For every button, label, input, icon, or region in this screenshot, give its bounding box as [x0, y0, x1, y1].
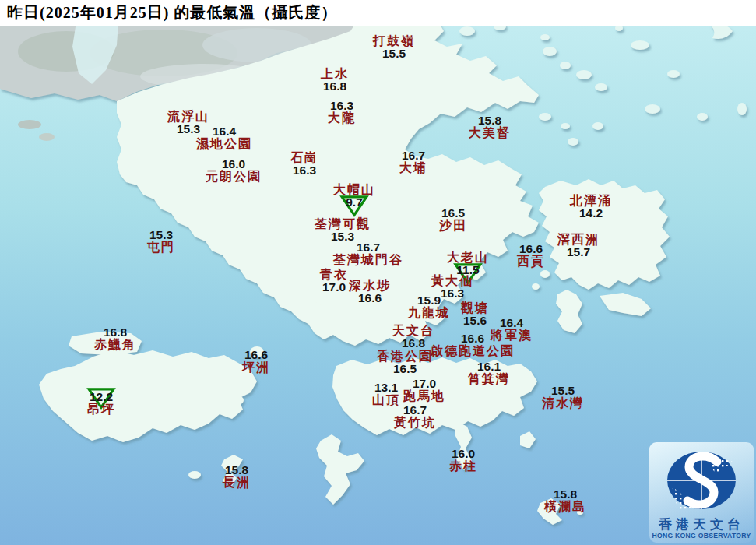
station-name: 啟德跑道公園	[431, 345, 515, 357]
hko-logo-chinese: 香港天文台	[651, 518, 752, 532]
station-label-2: 16.3大隴	[328, 100, 356, 124]
station-label-13: 15.3屯門	[147, 229, 175, 253]
station-label-27: 16.6坪洲	[242, 349, 270, 373]
station-name: 流浮山	[167, 111, 209, 123]
station-label-18: 青衣17.0	[320, 269, 348, 293]
station-value: 14.2	[570, 207, 612, 220]
station-name: 深水埗	[349, 280, 391, 292]
station-name: 濕地公園	[196, 138, 252, 150]
station-name: 赤柱	[449, 460, 477, 473]
station-label-19: 深水埗16.6	[349, 280, 391, 304]
station-label-37: 15.8橫瀾島	[544, 488, 586, 512]
station-name: 大隴	[328, 112, 356, 125]
station-name: 黃竹坑	[394, 417, 436, 429]
station-name: 觀塘	[461, 302, 489, 315]
station-label-22: 觀塘15.6	[461, 302, 489, 326]
station-label-33: 15.5清水灣	[542, 385, 584, 409]
station-name: 黃大仙	[431, 275, 473, 287]
station-name: 屯門	[147, 241, 175, 254]
station-value: 15.8	[544, 488, 586, 501]
station-label-32: 12.2昂坪	[87, 391, 115, 415]
station-label-16: 滘西洲15.7	[557, 234, 600, 258]
station-value: 15.9	[408, 294, 450, 307]
station-label-6: 16.0元朗公園	[206, 158, 262, 182]
station-name: 赤鱲角	[94, 339, 136, 351]
station-value: 15.3	[147, 229, 175, 241]
station-label-28: 香港公園16.5	[377, 350, 433, 374]
station-name: 北潭涌	[570, 195, 612, 207]
station-label-12: 16.5沙田	[439, 207, 467, 231]
station-label-0: 打鼓嶺15.5	[373, 35, 415, 59]
station-value: 15.8	[469, 114, 511, 127]
station-name: 大老山	[447, 251, 489, 264]
station-value: 16.3	[290, 164, 318, 177]
stations-layer: 打鼓嶺15.5上水16.816.3大隴流浮山15.316.4濕地公園15.8大美…	[0, 0, 756, 545]
station-value: 16.6	[517, 243, 545, 255]
station-label-17: 大老山11.5	[447, 251, 489, 276]
station-name: 荃灣城門谷	[333, 254, 403, 266]
station-label-36: 15.8長洲	[223, 464, 251, 488]
station-value: 16.1	[468, 360, 510, 373]
weather-map-page: 昨日(2025年01月25日) 的最低氣溫（攝氏度） 打鼓嶺15.5上水16.8…	[0, 0, 756, 545]
station-value: 15.6	[461, 315, 489, 327]
station-name: 天文台	[392, 325, 434, 337]
station-value: 16.6	[431, 332, 515, 345]
station-name: 香港公園	[377, 350, 433, 363]
station-value: 16.6	[349, 292, 391, 304]
station-name: 打鼓嶺	[373, 35, 415, 47]
station-value: 16.5	[439, 207, 467, 220]
station-value: 15.5	[373, 47, 415, 60]
station-name: 坪洲	[242, 361, 270, 374]
station-name: 清水灣	[542, 397, 584, 410]
station-name: 石崗	[290, 152, 318, 164]
station-label-1: 上水16.8	[321, 68, 349, 92]
station-label-7: 石崗16.3	[290, 152, 318, 176]
station-name: 上水	[321, 68, 349, 80]
station-label-35: 16.0赤柱	[449, 448, 477, 472]
station-value: 16.7	[399, 149, 427, 162]
station-label-24: 天文台16.8	[392, 325, 434, 349]
station-name: 西貢	[517, 255, 545, 268]
station-label-5: 15.8大美督	[469, 114, 511, 139]
station-label-31: 17.0跑馬地	[403, 378, 445, 402]
station-value: 16.5	[377, 363, 433, 375]
station-name: 九龍城	[408, 307, 450, 319]
hko-logo-english: HONG KONG OBSERVATORY	[651, 532, 752, 540]
station-value: 16.8	[94, 326, 136, 339]
station-name: 大埔	[399, 162, 427, 174]
map-title-bar: 昨日(2025年01月25日) 的最低氣溫（攝氏度）	[0, 0, 756, 26]
station-value: 16.8	[321, 80, 349, 93]
station-name: 元朗公園	[206, 171, 262, 183]
station-value: 17.0	[403, 378, 445, 390]
station-value: 16.7	[333, 241, 403, 254]
station-value: 9.7	[333, 196, 375, 209]
station-label-14: 16.7荃灣城門谷	[333, 241, 403, 265]
station-value: 16.8	[392, 337, 434, 350]
station-name: 青衣	[320, 269, 348, 281]
station-value: 16.0	[449, 448, 477, 460]
station-label-29: 16.1筲箕灣	[468, 360, 510, 385]
station-name: 荃灣可觀	[315, 218, 371, 230]
station-value: 16.4	[196, 125, 252, 138]
station-value: 15.8	[223, 464, 251, 476]
station-value: 12.2	[87, 391, 115, 403]
hko-logo: 香港天文台 HONG KONG OBSERVATORY	[649, 442, 754, 543]
hko-logo-icon	[661, 446, 742, 515]
station-value: 15.7	[557, 246, 600, 258]
station-value: 16.3	[328, 100, 356, 112]
station-label-10: 北潭涌14.2	[570, 195, 612, 219]
station-name: 滘西洲	[557, 234, 600, 246]
station-label-8: 16.7大埔	[399, 149, 427, 174]
station-value: 16.7	[394, 404, 436, 417]
page-title: 昨日(2025年01月25日) 的最低氣溫（攝氏度）	[7, 2, 337, 23]
station-value: 15.5	[542, 385, 584, 397]
station-name: 大美督	[469, 127, 511, 139]
station-name: 長洲	[223, 476, 251, 489]
station-value: 16.0	[206, 158, 262, 171]
station-label-23: 16.8赤鱲角	[94, 326, 136, 350]
station-name: 筲箕灣	[468, 373, 510, 385]
station-name: 跑馬地	[403, 390, 445, 403]
station-value: 16.4	[491, 317, 533, 329]
station-name: 沙田	[439, 220, 467, 232]
station-value: 13.1	[372, 382, 400, 394]
